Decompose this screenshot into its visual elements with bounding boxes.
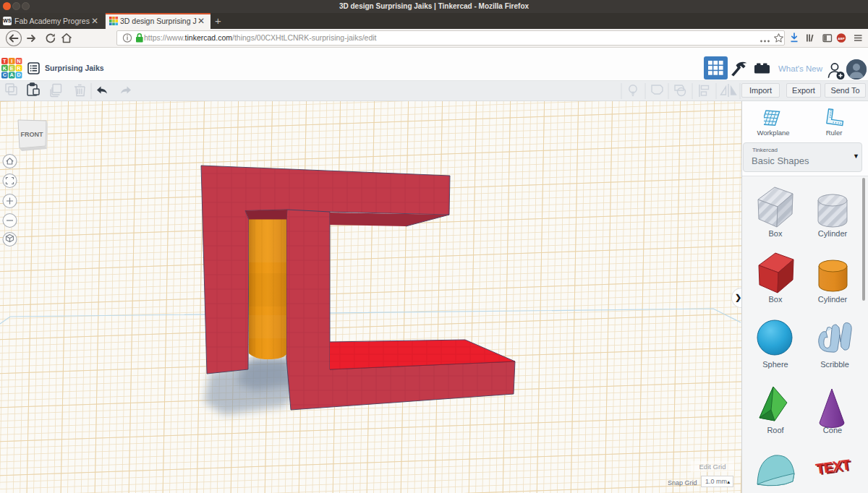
svg-text:A: A — [9, 72, 14, 78]
svg-text:N: N — [17, 58, 20, 64]
svg-text:I: I — [11, 58, 12, 64]
svg-text:R: R — [17, 65, 21, 72]
svg-text:Cylinder: Cylinder — [818, 229, 848, 238]
svg-text:Box: Box — [769, 295, 783, 304]
svg-text:T: T — [3, 58, 7, 64]
svg-text:FRONT: FRONT — [21, 131, 43, 138]
svg-text:Roof: Roof — [767, 426, 784, 434]
svg-text:E: E — [10, 65, 14, 72]
svg-text:C: C — [3, 72, 7, 78]
svg-text:Cone: Cone — [823, 426, 842, 434]
svg-text:ABP: ABP — [838, 37, 844, 40]
svg-text:Box: Box — [769, 229, 783, 238]
svg-text:D: D — [17, 72, 21, 78]
svg-text:Sphere: Sphere — [762, 360, 788, 369]
svg-text:K: K — [3, 65, 7, 72]
svg-text:Scribble: Scribble — [820, 360, 849, 369]
svg-text:Cylinder: Cylinder — [818, 295, 848, 304]
